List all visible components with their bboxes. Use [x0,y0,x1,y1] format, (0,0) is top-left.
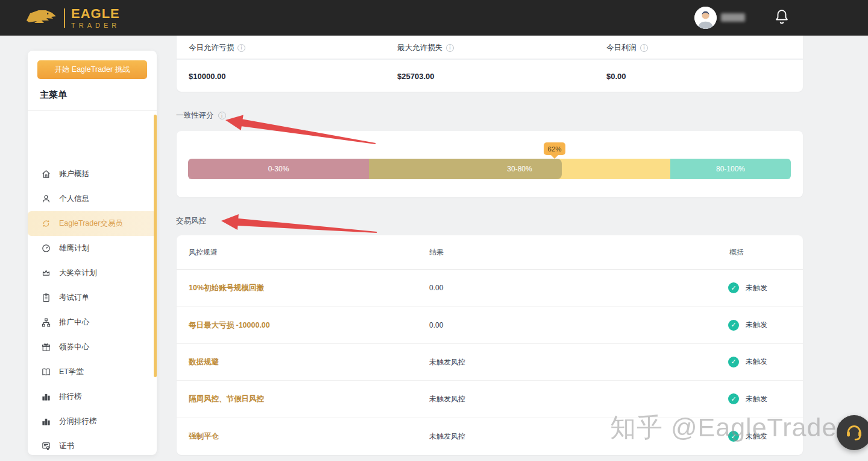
tooltip-pointer [551,155,558,159]
rule-result: 未触发风控 [429,394,465,404]
bar-zone-mid-label: 30-80% [507,165,532,173]
user-icon [41,194,51,204]
user-avatar[interactable] [694,7,717,29]
rule-status: ✓ 未触发 [728,357,767,367]
table-row: 强制平仓 未触发风控 ✓ 未触发 [177,418,803,455]
sidebar-item-profit-leaderboard[interactable]: 分润排行榜 [28,409,157,434]
start-challenge-button[interactable]: 开始 EagleTrader 挑战 [37,60,147,79]
sidebar-item-label: 考试订单 [59,293,89,303]
rule-name: 强制平仓 [189,431,219,442]
bar-zone-high: 80-100% [670,159,791,179]
table-row: 10%初始账号规模回撤 0.00 ✓ 未触发 [177,270,803,307]
rule-name: 每日最大亏损 -10000.00 [189,320,270,330]
sidebar-item-eagle-plan[interactable]: 雄鹰计划 [28,236,157,261]
col-header-result: 结果 [429,247,444,258]
gauge-icon [41,243,51,253]
customer-support-button[interactable] [837,415,868,450]
bar-zone-mid: 30-80% [369,159,670,179]
sidebar-scrollbar-thumb[interactable] [154,115,157,377]
stat-label-max-allowed-loss: 最大允许损失i [397,36,454,60]
col-header-rule: 风控规避 [189,247,218,258]
daily-stats-card: 今日允许亏损i 最大允许损失i 今日利润i $10000.00 $25703.0… [177,36,803,92]
check-circle-icon: ✓ [728,431,739,442]
rule-result: 未触发风控 [429,357,465,367]
check-circle-icon: ✓ [728,320,739,331]
gift-icon [41,342,51,352]
rule-status: ✓ 未触发 [728,393,767,404]
sidebar-item-personal-info[interactable]: 个人信息 [28,186,157,211]
sidebar-item-label: 大奖章计划 [59,268,97,278]
brand-divider [64,8,65,28]
crown-icon [41,268,51,278]
rule-result: 0.00 [429,284,443,292]
book-icon [41,367,51,377]
table-row: 数据规避 未触发风控 ✓ 未触发 [177,344,803,381]
bar-zone-low-label: 0-30% [268,165,289,173]
bar-zone-high-label: 80-100% [716,165,745,173]
home-icon [41,169,51,179]
sidebar-item-label: 雄鹰计划 [59,243,89,253]
rule-name: 隔周风控、节假日风控 [189,394,264,404]
sidebar-item-download[interactable]: 下载 [28,459,157,461]
risk-control-table: 风控规避 结果 概括 10%初始账号规模回撤 0.00 ✓ 未触发 每日最大亏损… [177,235,803,455]
rule-status: ✓ 未触发 [728,320,767,331]
check-circle-icon: ✓ [728,282,739,293]
status-label: 未触发 [746,320,767,330]
rule-name: 数据规避 [189,357,219,367]
sidebar: 开始 EagleTrader 挑战 主菜单 账户概括 个人信息 EagleTra… [28,51,157,455]
info-icon[interactable]: i [640,44,648,52]
col-header-summary: 概括 [729,247,744,258]
stat-value-today-profit: $0.00 [606,61,626,92]
status-label: 未触发 [746,431,767,442]
menu-divider [28,110,157,111]
rule-status: ✓ 未触发 [728,431,767,442]
top-header: EAGLE TRADER [0,0,868,36]
headset-icon [844,421,864,444]
info-icon[interactable]: i [218,112,226,119]
stat-value-today-allowed-loss: $10000.00 [189,61,225,92]
sidebar-item-certificate[interactable]: 证书 [28,434,157,459]
sidebar-item-coupon-center[interactable]: 领券中心 [28,335,157,360]
table-header-row: 风控规避 结果 概括 [177,235,803,270]
sidebar-item-medal-plan[interactable]: 大奖章计划 [28,261,157,285]
status-label: 未触发 [746,357,767,367]
check-circle-icon: ✓ [728,393,739,404]
sidebar-item-account-overview[interactable]: 账户概括 [28,162,157,186]
brand-logo: EAGLE TRADER [24,5,120,31]
sidebar-item-label: EagleTrader交易员 [59,218,123,229]
info-icon[interactable]: i [237,44,245,52]
stat-value-max-allowed-loss: $25703.00 [397,61,434,92]
table-row: 每日最大亏损 -10000.00 0.00 ✓ 未触发 [177,307,803,343]
sidebar-item-leaderboard[interactable]: 排行榜 [28,384,157,409]
sidebar-item-label: ET学堂 [59,367,84,377]
sidebar-item-label: 领券中心 [59,342,89,352]
info-icon[interactable]: i [446,44,454,52]
bar-chart-icon [41,416,51,427]
red-arrow-risk [221,214,377,233]
stat-label-today-allowed-loss: 今日允许亏损i [189,36,245,60]
brand-word-trader: TRADER [71,22,120,29]
certificate-icon [41,441,51,451]
status-label: 未触发 [746,283,767,293]
rule-status: ✓ 未触发 [728,282,767,293]
consistency-bar: 0-30% 30-80% 80-100% 62% [188,159,791,179]
sidebar-item-label: 证书 [59,441,74,451]
sidebar-item-exam-orders[interactable]: 考试订单 [28,285,157,310]
eagle-logo-icon [24,5,58,31]
sidebar-item-eagletrader-trader[interactable]: EagleTrader交易员 [28,211,157,236]
bar-chart-icon [41,392,51,402]
score-tooltip: 62% [544,142,565,155]
sidebar-item-et-academy[interactable]: ET学堂 [28,360,157,384]
sidebar-item-label: 排行榜 [59,392,82,402]
bar-zone-low: 0-30% [188,159,369,179]
username-redacted[interactable] [721,13,745,22]
consistency-section-title: 一致性评分i [176,110,226,121]
table-row: 隔周风控、节假日风控 未触发风控 ✓ 未触发 [177,381,803,418]
menu-section-title: 主菜单 [40,89,67,101]
rule-name: 10%初始账号规模回撤 [189,283,264,293]
risk-section-title: 交易风控 [176,216,206,226]
sidebar-item-promotion-center[interactable]: 推广中心 [28,310,157,335]
rule-result: 0.00 [429,321,443,329]
sidebar-item-label: 账户概括 [59,169,89,179]
notification-bell-icon[interactable] [774,8,790,26]
